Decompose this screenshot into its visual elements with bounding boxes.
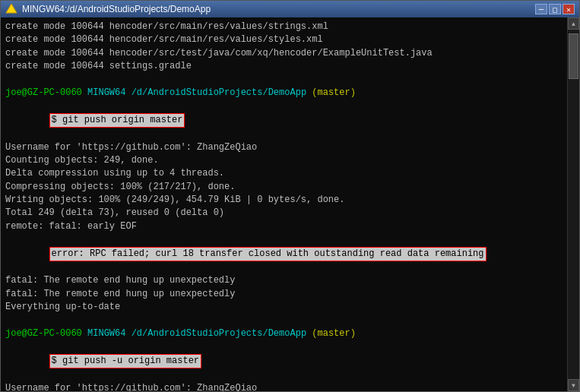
post-error-2: fatal: The remote end hung up unexpected… — [5, 288, 563, 301]
app-icon — [5, 3, 17, 15]
prompt1-path: /d/AndroidStudioProjects/DemoApp — [132, 87, 306, 100]
prompt-2: joe@GZ-PC-0060 MINGW64 /d/AndroidStudioP… — [5, 327, 563, 340]
output-2-1: Username for 'https://github.com': Zhang… — [5, 382, 563, 391]
scrollbar[interactable]: ▲ ▼ — [567, 17, 579, 391]
output-1-2: Counting objects: 249, done. — [5, 154, 563, 167]
prompt1-branch-val: (master) — [312, 87, 356, 100]
post-error-1: fatal: The remote end hung up unexpected… — [5, 274, 563, 287]
output-1-4: Compressing objects: 100% (217/217), don… — [5, 181, 563, 194]
line-2: create mode 100644 hencoder/src/main/res… — [5, 33, 563, 46]
scroll-track[interactable] — [568, 30, 579, 379]
prompt2-user: joe@GZ-PC-0060 — [5, 327, 82, 340]
prompt2-branch-val: (master) — [312, 327, 356, 340]
minimize-button[interactable]: ─ — [535, 4, 547, 14]
maximize-button[interactable]: □ — [549, 4, 561, 14]
window-title: MINGW64:/d/AndroidStudioProjects/DemoApp — [22, 4, 535, 14]
scroll-up-button[interactable]: ▲ — [568, 17, 579, 30]
terminal-content[interactable]: create mode 100644 hencoder/src/main/res… — [1, 17, 567, 391]
cmd-line-2: $ git push -u origin master — [5, 340, 563, 381]
close-button[interactable]: ✕ — [563, 4, 575, 14]
svg-marker-0 — [6, 4, 17, 13]
output-1-3: Delta compression using up to 4 threads. — [5, 167, 563, 180]
line-1: create mode 100644 hencoder/src/main/res… — [5, 21, 563, 33]
prompt2-app: MINGW64 — [82, 327, 132, 340]
prompt1-app: MINGW64 — [82, 87, 132, 100]
error-line: error: RPC failed; curl 18 transfer clos… — [5, 233, 563, 274]
main-window: MINGW64:/d/AndroidStudioProjects/DemoApp… — [0, 0, 580, 392]
terminal-container: create mode 100644 hencoder/src/main/res… — [1, 17, 579, 391]
prompt2-branch — [306, 327, 312, 340]
cmd2-highlighted: $ git push -u origin master — [49, 354, 201, 368]
scroll-down-button[interactable]: ▼ — [568, 379, 579, 391]
output-1-6: Total 249 (delta 73), reused 0 (delta 0) — [5, 207, 563, 220]
spacer-2 — [5, 315, 563, 327]
cmd-line-1: $ git push origin master — [5, 100, 563, 141]
line-3: create mode 100644 hencoder/src/test/jav… — [5, 47, 563, 60]
prompt1-branch — [306, 87, 312, 100]
prompt1-user: joe@GZ-PC-0060 — [5, 87, 82, 100]
output-1-7: remote: fatal: early EOF — [5, 220, 563, 233]
line-4: create mode 100644 settings.gradle — [5, 60, 563, 73]
post-error-3: Everything up-to-date — [5, 301, 563, 314]
window-controls: ─ □ ✕ — [535, 4, 575, 14]
scroll-thumb[interactable] — [569, 33, 578, 79]
cmd1-highlighted: $ git push origin master — [49, 113, 185, 128]
prompt2-path: /d/AndroidStudioProjects/DemoApp — [132, 327, 306, 340]
prompt-1: joe@GZ-PC-0060 MINGW64 /d/AndroidStudioP… — [5, 87, 563, 100]
error-highlighted: error: RPC failed; curl 18 transfer clos… — [49, 247, 487, 261]
titlebar: MINGW64:/d/AndroidStudioProjects/DemoApp… — [1, 1, 579, 17]
output-1-1: Username for 'https://github.com': Zhang… — [5, 141, 563, 154]
spacer-1 — [5, 74, 563, 87]
output-1-5: Writing objects: 100% (249/249), 454.79 … — [5, 194, 563, 207]
